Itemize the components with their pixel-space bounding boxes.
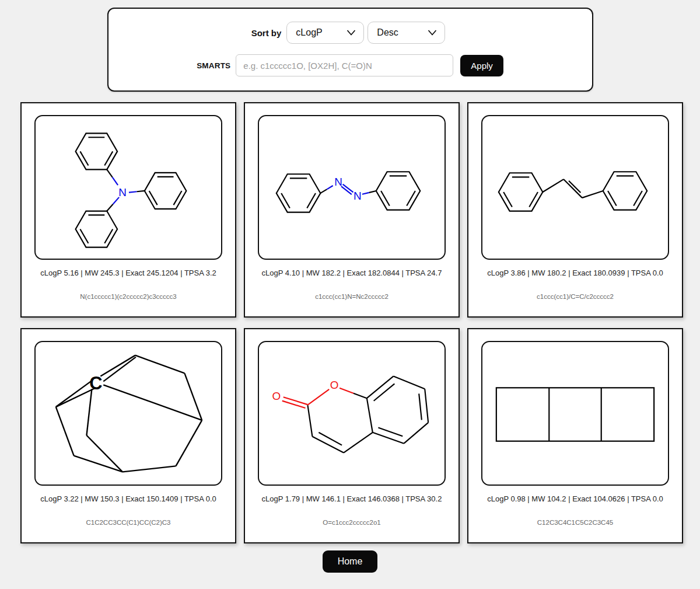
molecule-image [481, 341, 669, 486]
sort-field-value: cLogP [296, 27, 322, 38]
atom-label-nitrogen: N [118, 186, 127, 198]
apply-button[interactable]: Apply [460, 55, 503, 76]
home-button[interactable]: Home [323, 550, 378, 573]
molecule-image: C [34, 341, 222, 486]
sort-order-value: Desc [377, 27, 398, 38]
smarts-row: SMARTS Apply [108, 54, 592, 76]
sort-order-select[interactable]: Desc [368, 22, 445, 44]
smarts-input[interactable] [236, 54, 453, 76]
sort-row: Sort by cLogP Desc [108, 22, 592, 44]
molecule-stats: cLogP 0.98 | MW 104.2 | Exact 104.0626 |… [481, 494, 669, 503]
sort-by-label: Sort by [251, 28, 282, 38]
molecule-structure-azobenzene: N N [259, 116, 444, 259]
atom-label-oxygen: O [272, 390, 281, 402]
sort-field-select[interactable]: cLogP [286, 22, 364, 44]
molecule-image: O O [258, 341, 446, 486]
molecule-grid: N cLogP 5.16 | MW 245.3 | Exact 245.1204… [20, 102, 683, 543]
molecule-stats: cLogP 5.16 | MW 245.3 | Exact 245.1204 |… [34, 269, 222, 277]
atom-label-oxygen: O [330, 379, 339, 391]
molecule-card: C cLogP 3.22 | MW 150.3 | Exact 150.1409… [20, 328, 236, 543]
molecule-image: N [34, 115, 222, 260]
filter-panel: Sort by cLogP Desc SMARTS Apply [107, 8, 593, 92]
molecule-smiles: C1C2CC3CC(C1)CC(C2)C3 [34, 519, 222, 526]
atom-label-nitrogen: N [354, 190, 362, 202]
smarts-label: SMARTS [197, 61, 230, 70]
chevron-down-icon [346, 30, 356, 36]
molecule-structure-cubane [482, 342, 668, 485]
molecule-card: cLogP 3.86 | MW 180.2 | Exact 180.0939 |… [467, 102, 683, 318]
molecule-smiles: O=c1ccc2ccccc2o1 [258, 519, 446, 526]
molecule-smiles: c1ccc(cc1)N=Nc2ccccc2 [258, 293, 446, 300]
atom-label-nitrogen: N [334, 176, 342, 188]
footer: Home [0, 550, 700, 573]
molecule-smiles: N(c1ccccc1)(c2ccccc2)c3ccccc3 [34, 293, 222, 300]
chevron-down-icon [428, 30, 437, 36]
molecule-card: N N cLogP 4.10 | MW 182.2 | Exact 182.08… [244, 102, 460, 318]
molecule-stats: cLogP 4.10 | MW 182.2 | Exact 182.0844 |… [258, 269, 446, 277]
molecule-structure-stilbene [482, 116, 668, 259]
molecule-smiles: C12C3C4C1C5C2C3C45 [481, 519, 669, 526]
molecule-smiles: c1ccc(cc1)/C=C/c2ccccc2 [481, 293, 669, 300]
molecule-image [481, 115, 669, 260]
molecule-card: O O cLogP 1.79 | MW 146.1 | Exact 146.03… [244, 328, 460, 543]
molecule-structure-triphenylamine: N [36, 116, 221, 259]
molecule-structure-adamantane: C [36, 342, 221, 485]
molecule-structure-coumarin: O O [259, 342, 444, 485]
molecule-card: cLogP 0.98 | MW 104.2 | Exact 104.0626 |… [467, 328, 683, 543]
molecule-image: N N [258, 115, 446, 260]
molecule-stats: cLogP 1.79 | MW 146.1 | Exact 146.0368 |… [258, 494, 446, 503]
molecule-card: N cLogP 5.16 | MW 245.3 | Exact 245.1204… [20, 102, 236, 318]
molecule-stats: cLogP 3.22 | MW 150.3 | Exact 150.1409 |… [34, 494, 222, 503]
molecule-stats: cLogP 3.86 | MW 180.2 | Exact 180.0939 |… [481, 269, 669, 277]
atom-label-carbon: C [89, 373, 102, 393]
